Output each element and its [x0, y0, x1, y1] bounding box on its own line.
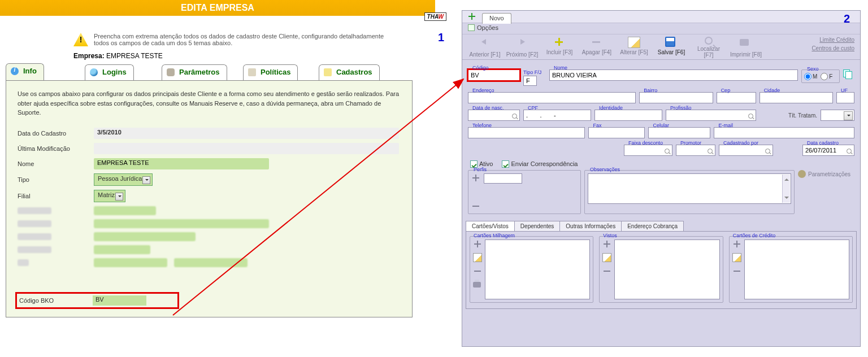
cidade-input[interactable]	[760, 93, 832, 103]
codigo-field[interactable]: Código	[468, 69, 520, 81]
tab-logins[interactable]: Logins	[85, 64, 134, 80]
lookup-icon[interactable]	[748, 114, 754, 120]
blurred-label-4	[18, 246, 51, 253]
limite-credito-link[interactable]: Limite Crédito	[811, 37, 854, 43]
codigo-bko-value[interactable]: BV	[93, 295, 146, 306]
alterar-button[interactable]: Alterar [F5]	[617, 37, 651, 55]
tab-info-panel: Use os campos abaixo para configurar os …	[6, 80, 413, 317]
perfis-input[interactable]	[484, 173, 522, 184]
milhagem-edit-button[interactable]	[473, 253, 482, 262]
profissao-input[interactable]	[666, 110, 756, 120]
blurred-value-5a	[94, 258, 167, 267]
novo-tab[interactable]: Novo	[482, 13, 511, 24]
salvar-button[interactable]: Salvar [F6]	[654, 37, 688, 55]
tab-parametros[interactable]: Parâmetros	[162, 64, 227, 80]
vistos-edit-button[interactable]	[602, 253, 611, 262]
bairro-input[interactable]	[640, 93, 712, 103]
email-input[interactable]	[714, 128, 854, 138]
tab-endereco-cobranca[interactable]: Endereço Cobrança	[621, 221, 684, 231]
vistos-add-button[interactable]	[602, 240, 611, 249]
annotation-number-2: 2	[844, 12, 850, 25]
tipofj-input[interactable]	[524, 76, 536, 85]
save-icon	[665, 37, 675, 47]
warning-icon	[73, 33, 88, 46]
filial-select[interactable]: Matriz	[94, 190, 125, 202]
fax-input[interactable]	[589, 128, 644, 138]
uf-input[interactable]	[837, 93, 854, 103]
lookup-icon[interactable]	[765, 149, 771, 155]
tit-tratam-select[interactable]	[821, 110, 854, 121]
milhagem-remove-button[interactable]	[473, 267, 482, 276]
milhagem-list[interactable]	[485, 240, 590, 299]
nome-input-right[interactable]	[550, 70, 797, 80]
data-cadastro-label: Data do Cadastro	[18, 130, 94, 137]
page-title-bar: EDITA EMPRESA	[0, 0, 435, 16]
cadastradopor-input[interactable]	[719, 145, 772, 155]
tab-politicas[interactable]: Políticas	[243, 64, 298, 80]
tab-cadastros[interactable]: Cadastros	[319, 64, 380, 80]
credito-edit-button[interactable]	[732, 253, 741, 262]
lookup-icon[interactable]	[665, 149, 671, 155]
empresa-label: Empresa:	[73, 52, 105, 60]
identidade-input[interactable]	[595, 110, 662, 120]
credito-list[interactable]	[744, 240, 849, 299]
blurred-label-5	[18, 259, 29, 266]
blurred-value-2	[94, 219, 269, 228]
incluir-button[interactable]: Incluir [F3]	[542, 37, 576, 55]
blurred-label-3	[18, 233, 51, 240]
tab-cartoes-vistos[interactable]: Cartões/Vistos	[466, 221, 515, 231]
sexo-f-radio[interactable]: F	[821, 73, 832, 80]
perfis-add-button[interactable]	[471, 173, 480, 182]
imprimir-button[interactable]: Imprimir [F8]	[729, 37, 763, 58]
codigo-input[interactable]	[468, 70, 519, 80]
blurred-value-1	[94, 206, 156, 215]
warning-text: Preencha com extrema atenção todos os da…	[94, 33, 390, 46]
copy-icon[interactable]	[843, 69, 852, 79]
filial-label: Filial	[18, 193, 94, 199]
options-menu[interactable]: Opções	[462, 23, 860, 34]
milhagem-add-button[interactable]	[473, 240, 482, 249]
nome-input[interactable]: EMPRESA TESTE	[94, 158, 269, 169]
celular-input[interactable]	[649, 128, 710, 138]
search-icon	[705, 37, 713, 45]
proximo-button[interactable]: Próximo [F2]	[505, 37, 539, 58]
anterior-button[interactable]: Anterior [F1]	[468, 37, 502, 58]
lookup-icon[interactable]	[708, 149, 714, 155]
telefone-input[interactable]	[468, 128, 584, 138]
enviar-corresp-checkbox[interactable]: Enviar Correspondência	[502, 160, 578, 168]
endereco-input[interactable]	[468, 93, 635, 103]
edit-icon	[628, 37, 640, 48]
credito-add-button[interactable]	[732, 240, 741, 249]
observacoes-textarea[interactable]	[588, 173, 791, 204]
cpf-input[interactable]	[524, 110, 591, 120]
centros-custo-link[interactable]: Centros de custo	[811, 45, 854, 51]
perfis-remove-button[interactable]	[471, 202, 480, 211]
milhagem-print-button[interactable]	[473, 282, 481, 288]
parametrizacoes-link[interactable]: Parametrizações	[798, 170, 850, 178]
apagar-button[interactable]: Apagar [F4]	[580, 37, 614, 55]
localizar-button[interactable]: Localizar [F7]	[692, 37, 726, 58]
nome-field[interactable]: Nome	[549, 69, 798, 81]
data-cadastro-value: 3/5/2010	[94, 128, 399, 139]
scrollbar[interactable]	[782, 175, 790, 203]
tab-dependentes[interactable]: Dependentes	[514, 221, 561, 231]
nome-label: Nome	[18, 160, 94, 167]
vistos-list[interactable]	[614, 240, 719, 299]
new-tab-plus-icon[interactable]	[468, 12, 476, 20]
lookup-icon[interactable]	[847, 149, 853, 155]
thawte-badge: THAW	[424, 12, 446, 21]
vistos-remove-button[interactable]	[602, 267, 611, 276]
codigo-bko-label: Código BKO	[19, 297, 93, 304]
tit-tratam-label: Tít. Tratam.	[788, 110, 817, 121]
sexo-m-radio[interactable]: M	[804, 73, 817, 80]
cep-input[interactable]	[717, 93, 756, 103]
blurred-value-4	[94, 245, 150, 254]
info-icon	[11, 67, 19, 75]
minus-icon	[591, 37, 603, 48]
blurred-value-3	[94, 232, 196, 241]
credito-remove-button[interactable]	[732, 267, 741, 276]
tab-info[interactable]: Info	[6, 63, 44, 80]
lookup-icon[interactable]	[512, 114, 518, 120]
tipo-select[interactable]: Pessoa Jurídica	[94, 173, 153, 186]
tab-outras-info[interactable]: Outras Informações	[559, 221, 622, 231]
